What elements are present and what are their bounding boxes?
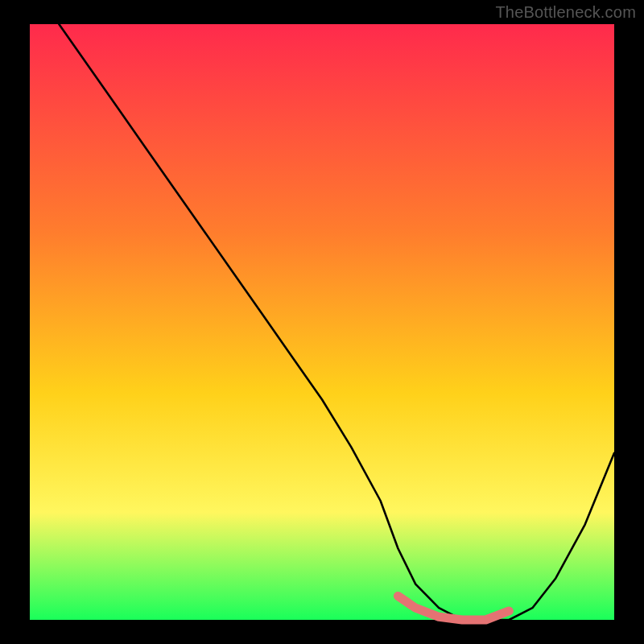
plot-background <box>30 24 614 620</box>
chart-stage: TheBottleneck.com <box>0 0 644 644</box>
bottleneck-chart <box>0 0 644 644</box>
